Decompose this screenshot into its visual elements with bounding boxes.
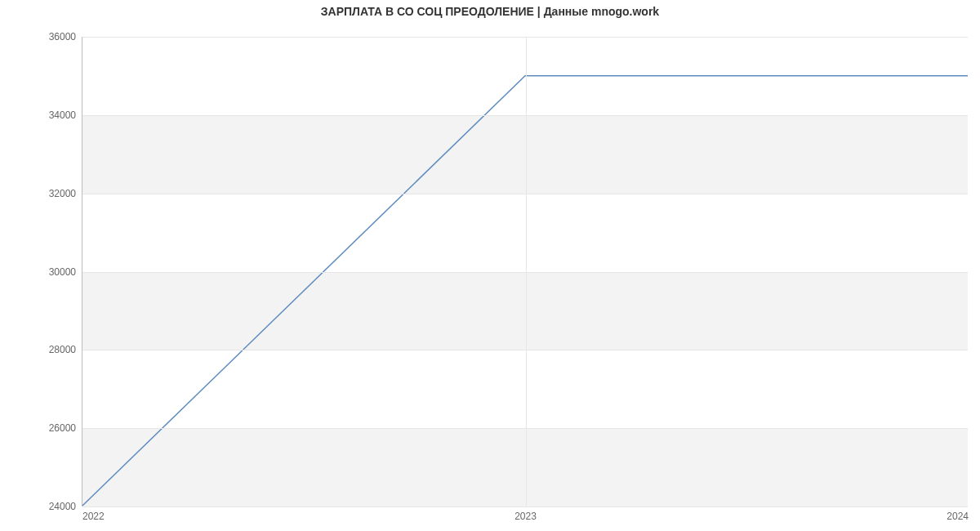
y-axis-tick: 32000 <box>49 188 76 199</box>
plot-area: 2400026000280003000032000340003600020222… <box>82 37 968 506</box>
y-axis-tick: 24000 <box>49 501 76 512</box>
chart-container: ЗАРПЛАТА В СО СОЦ ПРЕОДОЛЕНИЕ | Данные m… <box>0 0 980 531</box>
x-axis-tick: 2023 <box>514 511 537 522</box>
x-axis-tick: 2024 <box>947 511 969 522</box>
y-axis-tick: 34000 <box>49 109 76 121</box>
y-axis-tick: 36000 <box>49 31 76 42</box>
y-axis-tick: 26000 <box>49 422 76 434</box>
y-axis-tick: 28000 <box>49 344 76 355</box>
gridline-h <box>82 506 968 507</box>
y-axis-tick: 30000 <box>49 266 76 278</box>
x-axis-tick: 2022 <box>82 511 105 522</box>
gridline-v <box>526 37 527 506</box>
chart-title: ЗАРПЛАТА В СО СОЦ ПРЕОДОЛЕНИЕ | Данные m… <box>0 5 980 18</box>
